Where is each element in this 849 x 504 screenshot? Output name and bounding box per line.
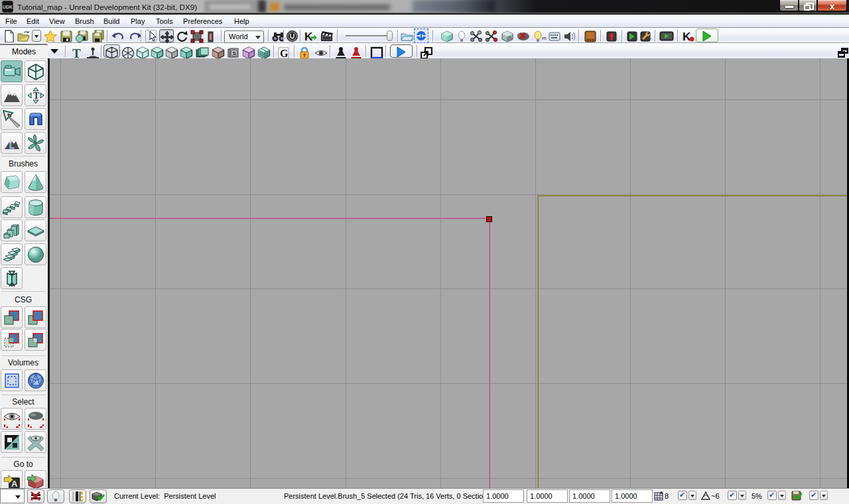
svg-text:S: S <box>233 50 237 56</box>
svg-text:T: T <box>33 91 40 101</box>
svg-text:T: T <box>72 46 81 60</box>
svg-text:G: G <box>280 48 289 59</box>
svg-text:L: L <box>9 141 14 151</box>
svg-text:m: m <box>542 35 547 41</box>
svg-text:K: K <box>683 31 691 43</box>
